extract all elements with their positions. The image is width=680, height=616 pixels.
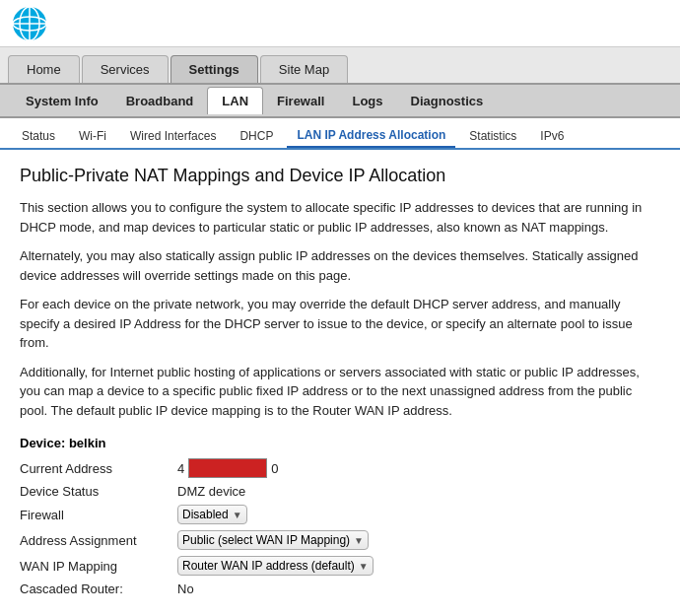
- address-prefix: 4: [177, 461, 184, 476]
- sub-nav-sysinfo[interactable]: System Info: [12, 88, 112, 114]
- nav-tab-home[interactable]: Home: [8, 55, 80, 83]
- att-logo-icon: [12, 6, 47, 41]
- field-label-status: Device Status: [20, 484, 177, 499]
- field-label-address: Current Address: [20, 461, 177, 476]
- wan-mapping-select[interactable]: Router WAN IP address (default) ▼: [177, 556, 374, 576]
- field-label-wan: WAN IP Mapping: [20, 559, 177, 574]
- inner-tabs: Status Wi-Fi Wired Interfaces DHCP LAN I…: [0, 118, 680, 150]
- description-3: For each device on the private network, …: [20, 295, 660, 353]
- sub-nav-lan[interactable]: LAN: [207, 87, 263, 114]
- chevron-down-icon-2: ▼: [354, 535, 364, 546]
- wan-select-value: Router WAN IP address (default): [182, 559, 355, 573]
- nav-tab-settings[interactable]: Settings: [170, 55, 258, 83]
- firewall-select[interactable]: Disabled ▼: [177, 505, 247, 524]
- sub-nav-logs[interactable]: Logs: [338, 88, 396, 114]
- device-title: Device: belkin: [20, 436, 660, 450]
- inner-tab-dhcp[interactable]: DHCP: [230, 125, 283, 147]
- description-2: Alternately, you may also statically ass…: [20, 246, 660, 285]
- field-row-assignment: Address Assignment Public (select WAN IP…: [20, 530, 660, 550]
- address-field: 4 0: [177, 458, 278, 478]
- description-1: This section allows you to configure the…: [20, 198, 660, 237]
- description-4: Additionally, for Internet public hostin…: [20, 363, 660, 421]
- field-label-cascaded: Cascaded Router:: [20, 582, 177, 596]
- sub-nav-firewall[interactable]: Firewall: [263, 88, 338, 114]
- inner-tab-statistics[interactable]: Statistics: [459, 125, 526, 147]
- field-row-wan: WAN IP Mapping Router WAN IP address (de…: [20, 556, 660, 576]
- address-input[interactable]: [188, 458, 267, 478]
- inner-tab-wired[interactable]: Wired Interfaces: [120, 125, 226, 147]
- logo-bar: [0, 0, 680, 47]
- assignment-select-value: Public (select WAN IP Mapping): [182, 533, 350, 547]
- chevron-down-icon-3: ▼: [359, 561, 369, 572]
- field-row-status: Device Status DMZ device: [20, 484, 660, 499]
- chevron-down-icon: ▼: [233, 510, 242, 520]
- field-label-assignment: Address Assignment: [20, 533, 177, 548]
- inner-tab-ipv6[interactable]: IPv6: [530, 125, 574, 147]
- address-suffix: 0: [271, 461, 278, 476]
- sub-nav-broadband[interactable]: Broadband: [112, 88, 208, 114]
- inner-tab-status[interactable]: Status: [12, 125, 65, 147]
- page-title: Public-Private NAT Mappings and Device I…: [20, 166, 660, 186]
- content-area: Public-Private NAT Mappings and Device I…: [0, 150, 680, 616]
- field-value-status: DMZ device: [177, 484, 245, 499]
- field-row-firewall: Firewall Disabled ▼: [20, 505, 660, 524]
- device-name: belkin: [69, 436, 106, 450]
- firewall-select-value: Disabled: [182, 508, 229, 521]
- sub-nav-diagnostics[interactable]: Diagnostics: [397, 88, 498, 114]
- inner-tab-lan-ip[interactable]: LAN IP Address Allocation: [287, 124, 455, 148]
- inner-tab-wifi[interactable]: Wi-Fi: [69, 125, 116, 147]
- field-row-address: Current Address 4 0: [20, 458, 660, 478]
- sub-nav: System Info Broadband LAN Firewall Logs …: [0, 85, 680, 118]
- nav-tab-sitemap[interactable]: Site Map: [260, 55, 348, 83]
- device-section: Device: belkin Current Address 4 0 Devic…: [20, 436, 660, 596]
- field-label-firewall: Firewall: [20, 508, 177, 522]
- main-nav: Home Services Settings Site Map: [0, 47, 680, 85]
- nav-tab-services[interactable]: Services: [82, 55, 169, 83]
- field-row-cascaded: Cascaded Router: No: [20, 582, 660, 596]
- device-label: Device:: [20, 436, 65, 450]
- address-assignment-select[interactable]: Public (select WAN IP Mapping) ▼: [177, 530, 369, 550]
- field-value-cascaded: No: [177, 582, 194, 596]
